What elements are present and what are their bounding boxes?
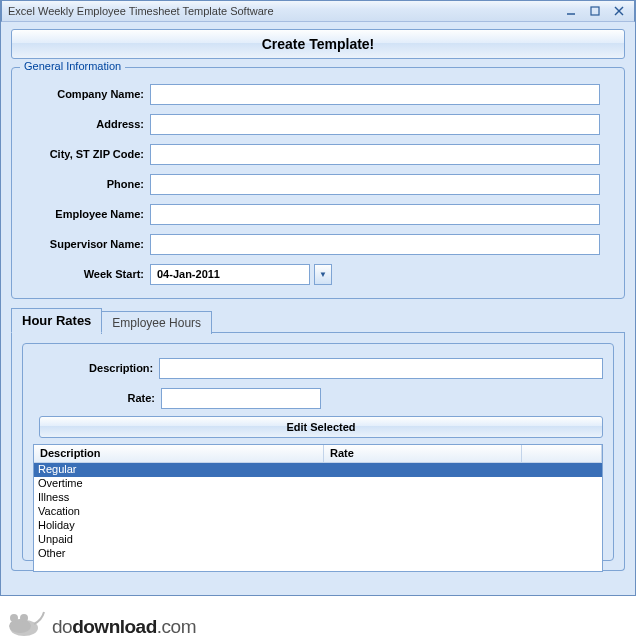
rate-input[interactable] (161, 388, 321, 409)
svg-point-7 (20, 614, 28, 622)
address-label: Address: (22, 118, 150, 130)
city-st-zip-label: City, ST ZIP Code: (22, 148, 150, 160)
cell-description: Other (34, 547, 324, 561)
cell-description: Regular (34, 463, 324, 477)
edit-selected-button[interactable]: Edit Selected (39, 416, 603, 438)
chevron-down-icon: ▼ (319, 270, 327, 279)
svg-rect-1 (591, 7, 599, 15)
address-input[interactable] (150, 114, 600, 135)
tab-hour-rates[interactable]: Hour Rates (11, 308, 102, 333)
employee-name-input[interactable] (150, 204, 600, 225)
phone-input[interactable] (150, 174, 600, 195)
cell-rate (324, 463, 522, 477)
general-info-fieldset: General Information Company Name: Addres… (11, 67, 625, 299)
footer-branding: dordownload.com (6, 604, 196, 638)
supervisor-name-input[interactable] (150, 234, 600, 255)
close-button[interactable] (608, 3, 630, 19)
description-label: Description: (33, 362, 159, 374)
minimize-button[interactable] (560, 3, 582, 19)
company-name-input[interactable] (150, 84, 600, 105)
employee-name-label: Employee Name: (22, 208, 150, 220)
city-st-zip-input[interactable] (150, 144, 600, 165)
titlebar: Excel Weekly Employee Timesheet Template… (1, 0, 635, 22)
description-input[interactable] (159, 358, 603, 379)
maximize-button[interactable] (584, 3, 606, 19)
company-name-label: Company Name: (22, 88, 150, 100)
minimize-icon (566, 6, 576, 16)
create-template-button[interactable]: Create Template! (11, 29, 625, 59)
svg-point-6 (10, 614, 18, 622)
table-row[interactable]: Illness (34, 491, 602, 505)
cell-rate (324, 533, 522, 547)
rate-label: Rate: (33, 392, 161, 404)
listview-header: Description Rate (34, 445, 602, 463)
hour-rates-inner: Description: Rate: Edit Selected Descrip… (22, 343, 614, 561)
maximize-icon (590, 6, 600, 16)
rates-listview[interactable]: Description Rate RegularOvertimeIllnessV… (33, 444, 603, 572)
cell-description: Holiday (34, 519, 324, 533)
footer-text: dordownload.com (52, 616, 196, 638)
cell-description: Illness (34, 491, 324, 505)
hour-rates-panel: Description: Rate: Edit Selected Descrip… (11, 333, 625, 571)
week-start-dropdown-button[interactable]: ▼ (314, 264, 332, 285)
cell-rate (324, 491, 522, 505)
table-row[interactable]: Unpaid (34, 533, 602, 547)
week-start-label: Week Start: (22, 268, 150, 280)
column-header-spacer (522, 445, 602, 462)
table-row[interactable]: Other (34, 547, 602, 561)
listview-body: RegularOvertimeIllnessVacationHolidayUnp… (34, 463, 602, 561)
application-window: Excel Weekly Employee Timesheet Template… (0, 0, 636, 596)
supervisor-name-label: Supervisor Name: (22, 238, 150, 250)
cell-description: Overtime (34, 477, 324, 491)
column-header-rate[interactable]: Rate (324, 445, 522, 462)
window-body: Create Template! General Information Com… (1, 22, 635, 581)
tab-employee-hours[interactable]: Employee Hours (101, 311, 212, 334)
mouse-icon (6, 604, 46, 638)
cell-rate (324, 547, 522, 561)
table-row[interactable]: Overtime (34, 477, 602, 491)
cell-rate (324, 519, 522, 533)
window-title: Excel Weekly Employee Timesheet Template… (8, 5, 558, 17)
cell-description: Unpaid (34, 533, 324, 547)
week-start-input[interactable] (150, 264, 310, 285)
cell-rate (324, 477, 522, 491)
column-header-description[interactable]: Description (34, 445, 324, 462)
phone-label: Phone: (22, 178, 150, 190)
table-row[interactable]: Regular (34, 463, 602, 477)
cell-rate (324, 505, 522, 519)
tab-strip: Hour Rates Employee Hours (11, 307, 625, 333)
table-row[interactable]: Holiday (34, 519, 602, 533)
close-icon (614, 6, 624, 16)
cell-description: Vacation (34, 505, 324, 519)
general-info-legend: General Information (20, 60, 125, 72)
table-row[interactable]: Vacation (34, 505, 602, 519)
